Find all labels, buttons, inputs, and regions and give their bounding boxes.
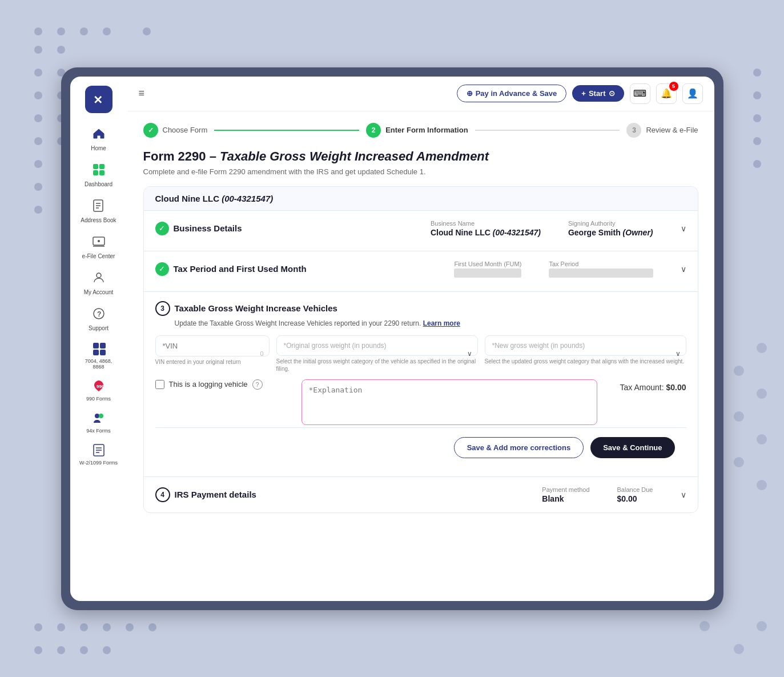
- start-plus-icon: +: [581, 89, 586, 98]
- sidebar-item-7004[interactable]: 7004, 4868, 8868: [76, 338, 122, 374]
- step-2: 2 Enter Form Information: [366, 123, 468, 138]
- explanation-textarea[interactable]: [301, 379, 597, 425]
- form-card: Cloud Nine LLC (00-4321547) ✓ Business D…: [143, 186, 698, 513]
- svg-point-20: [95, 414, 99, 418]
- fum-field: First Used Month (FUM) November 2024: [454, 261, 521, 278]
- help-icon[interactable]: ?: [252, 379, 263, 390]
- sidebar-item-efile[interactable]: e-File Center: [76, 230, 122, 264]
- sidebar-support-label: Support: [89, 325, 108, 331]
- payment-chevron[interactable]: ∨: [681, 490, 686, 499]
- vehicle-input-row: 0 VIN entered in your original return *O…: [155, 335, 686, 372]
- keyboard-button[interactable]: ⌨: [630, 83, 650, 104]
- payment-section: 4 IRS Payment details Payment method Bla…: [144, 477, 698, 512]
- sidebar-item-w2[interactable]: W-2/1099 Forms: [76, 440, 122, 470]
- sidebar-address-label: Address Book: [81, 217, 116, 223]
- save-continue-button[interactable]: Save & Continue: [590, 437, 674, 458]
- start-button[interactable]: + Start ⊙: [572, 85, 624, 102]
- vin-hint: VIN entered in your original return: [155, 358, 270, 366]
- notification-badge: 5: [669, 82, 678, 91]
- topbar-left: ≡: [139, 87, 145, 99]
- vin-input[interactable]: [155, 335, 270, 356]
- sidebar-efile-label: e-File Center: [82, 253, 115, 259]
- sidebar-account-label: My Account: [84, 289, 114, 295]
- tax-period-title-row: ✓ Tax Period and First Used Month: [155, 262, 307, 276]
- business-details-title-row: ✓ Business Details: [155, 222, 242, 235]
- payment-left: 4 IRS Payment details: [155, 487, 256, 502]
- svg-rect-16: [100, 343, 106, 348]
- progress-steps: ✓ Choose Form 2 Enter Form Information 3…: [143, 123, 698, 138]
- pay-advance-button[interactable]: ⊕ Pay in Advance & Save: [457, 85, 567, 102]
- form-title: Form 2290 – Taxable Gross Weight Increas…: [143, 149, 698, 164]
- logging-row: This is a logging vehicle ? Tax Amount: …: [155, 379, 686, 427]
- sidebar-item-990[interactable]: 990 990 Forms: [76, 376, 122, 406]
- step-line-1: [214, 130, 359, 131]
- save-add-button[interactable]: Save & Add more corrections: [454, 437, 584, 458]
- sidebar-dashboard-label: Dashboard: [85, 181, 112, 187]
- sidebar-item-address-book[interactable]: Address Book: [76, 194, 122, 228]
- svg-text:990: 990: [97, 384, 104, 389]
- user-icon: 👤: [687, 88, 698, 99]
- vehicles-title: Taxable Gross Weight Increase Vehicles: [175, 303, 337, 313]
- step-3: 3 Review & e-File: [626, 123, 698, 138]
- sidebar-item-dashboard[interactable]: Dashboard: [76, 158, 122, 192]
- svg-rect-4: [99, 170, 104, 175]
- new-weight-select[interactable]: *New gross weight (in pounds): [485, 335, 686, 356]
- address-book-icon: [92, 199, 106, 215]
- step-line-2: [475, 130, 620, 131]
- bell-icon: 🔔: [661, 88, 672, 99]
- form-w2-icon: [92, 443, 106, 459]
- svg-text:?: ?: [97, 310, 101, 318]
- new-weight-wrap: *New gross weight (in pounds) ∨ Select t…: [485, 335, 686, 372]
- logging-vehicle-label: This is a logging vehicle: [169, 380, 248, 388]
- step-2-circle: 2: [366, 123, 381, 138]
- vehicles-step-circle: 3: [155, 301, 170, 316]
- logging-checkbox-row: This is a logging vehicle ?: [155, 379, 292, 390]
- support-icon: ?: [92, 307, 106, 323]
- topbar-right: ⊕ Pay in Advance & Save + Start ⊙ ⌨ 🔔 5 …: [457, 83, 703, 104]
- sidebar-w2-label: W-2/1099 Forms: [79, 460, 118, 466]
- sidebar-7004-label: 7004, 4868, 8868: [79, 358, 118, 371]
- business-chevron[interactable]: ∨: [681, 224, 686, 233]
- business-name-field: Business Name Cloud Nine LLC (00-4321547…: [431, 220, 541, 237]
- sidebar-item-home[interactable]: Home: [76, 122, 122, 156]
- business-header: Cloud Nine LLC (00-4321547): [155, 194, 686, 203]
- form-7004-icon: [92, 342, 106, 357]
- svg-point-21: [99, 414, 103, 418]
- vehicles-step-header: 3 Taxable Gross Weight Increase Vehicles: [155, 301, 686, 316]
- step-2-label: Enter Form Information: [385, 126, 468, 134]
- svg-rect-1: [93, 164, 98, 169]
- step-1-label: Choose Form: [163, 126, 208, 134]
- svg-text:✕: ✕: [93, 94, 103, 106]
- sidebar-home-label: Home: [91, 145, 106, 151]
- hamburger-menu[interactable]: ≡: [139, 87, 145, 99]
- user-avatar-button[interactable]: 👤: [682, 83, 703, 104]
- notification-button[interactable]: 🔔 5: [656, 83, 677, 104]
- original-weight-select[interactable]: *Original gross weight (in pounds): [276, 335, 478, 356]
- svg-rect-2: [99, 164, 104, 169]
- business-check-icon: ✓: [155, 222, 169, 235]
- start-label: Start: [589, 89, 606, 98]
- original-weight-wrap: *Original gross weight (in pounds) ∨ Sel…: [276, 335, 478, 372]
- learn-more-link[interactable]: Learn more: [423, 319, 460, 327]
- svg-rect-15: [93, 343, 99, 348]
- tax-period-title: Tax Period and First Used Month: [174, 264, 307, 274]
- step-3-label: Review & e-File: [646, 126, 698, 134]
- tax-period-chevron[interactable]: ∨: [681, 265, 686, 274]
- signing-authority-field: Signing Authority George Smith (Owner): [568, 220, 653, 237]
- business-section-title: Business Details: [174, 223, 242, 233]
- home-icon: [92, 127, 106, 143]
- payment-title: IRS Payment details: [175, 490, 256, 499]
- step-1: ✓ Choose Form: [143, 123, 208, 138]
- main-card: ✕ Home Dashboard: [61, 67, 723, 610]
- sidebar-item-94x[interactable]: 94x Forms: [76, 408, 122, 438]
- svg-rect-17: [93, 350, 99, 355]
- logging-vehicle-checkbox[interactable]: [155, 380, 164, 389]
- sidebar: ✕ Home Dashboard: [70, 77, 127, 601]
- payment-method-field: Payment method Blank: [542, 486, 589, 503]
- logging-left: This is a logging vehicle ?: [155, 379, 292, 390]
- sidebar-item-account[interactable]: My Account: [76, 266, 122, 300]
- sidebar-item-support[interactable]: ? Support: [76, 302, 122, 336]
- pay-advance-label: Pay in Advance & Save: [476, 89, 557, 98]
- tax-period-field: Tax Period July 1, 2024 - June 30, 2025: [549, 261, 653, 278]
- content-area: ✓ Choose Form 2 Enter Form Information 3…: [127, 111, 714, 601]
